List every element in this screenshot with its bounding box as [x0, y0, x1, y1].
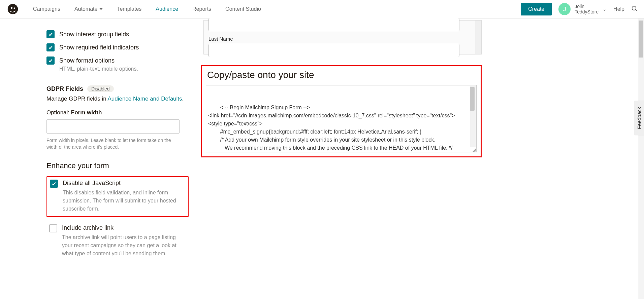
gdpr-status-badge: Disabled: [87, 85, 114, 92]
page-scrollbar[interactable]: [638, 18, 644, 299]
search-icon[interactable]: [631, 5, 638, 13]
option-label: Include archive link: [62, 224, 186, 231]
nav-content-studio[interactable]: Content Studio: [225, 6, 261, 12]
option-interest-groups[interactable]: Show interest group fields: [46, 30, 189, 39]
form-width-input[interactable]: [46, 119, 180, 134]
embed-code-textarea[interactable]: <!-- Begin Mailchimp Signup Form --> <li…: [206, 85, 477, 152]
form-width-label: Optional: Form width: [46, 109, 189, 116]
nav-automate[interactable]: Automate: [74, 6, 103, 12]
option-description: The archive link will point users to a p…: [62, 233, 186, 258]
checkbox-checked-icon[interactable]: [46, 43, 55, 51]
svg-point-2: [13, 7, 15, 9]
audience-defaults-link[interactable]: Audience Name and Defaults: [107, 96, 182, 102]
chevron-down-icon: ⌄: [603, 6, 607, 12]
gdpr-text-a: Manage GDPR fields in: [46, 96, 107, 102]
top-nav: Campaigns Automate Templates Audience Re…: [0, 0, 644, 18]
svg-point-3: [632, 6, 636, 10]
code-title: Copy/paste onto your site: [206, 70, 477, 80]
nav-reports[interactable]: Reports: [192, 6, 211, 12]
create-button[interactable]: Create: [521, 3, 552, 15]
svg-point-0: [8, 4, 18, 14]
checkbox-unchecked-icon[interactable]: [49, 224, 57, 232]
form-width-hint: Form width in pixels. Leave blank to let…: [46, 137, 181, 151]
embed-code-text: <!-- Begin Mailchimp Signup Form --> <li…: [208, 105, 465, 152]
preview-input[interactable]: [208, 18, 459, 31]
form-preview: Last Name: [203, 20, 482, 54]
checkbox-checked-icon[interactable]: [46, 30, 55, 38]
option-label: Show required field indicators: [59, 43, 139, 52]
gdpr-text: Manage GDPR fields in Audience Name and …: [46, 95, 189, 103]
option-disable-js[interactable]: Disable all JavaScript This disables fie…: [46, 176, 189, 217]
checkbox-checked-icon[interactable]: [50, 180, 58, 188]
option-required-indicators[interactable]: Show required field indicators: [46, 43, 189, 52]
user-store: TeddyStore: [575, 9, 599, 14]
preview-lastname-label: Last Name: [208, 36, 477, 42]
nav-templates[interactable]: Templates: [117, 6, 141, 12]
nav-automate-label: Automate: [74, 6, 97, 12]
chevron-down-icon: [99, 8, 103, 10]
option-label: Show format options: [59, 57, 138, 65]
logo[interactable]: [6, 2, 20, 16]
svg-line-4: [636, 9, 637, 11]
gdpr-title: GDPR Fields: [46, 85, 83, 92]
form-width-label-a: Optional:: [46, 109, 71, 116]
option-archive-link[interactable]: Include archive link The archive link wi…: [46, 222, 189, 261]
user-info: Jolin TeddyStore: [575, 4, 599, 14]
avatar: J: [558, 3, 571, 15]
code-scrollbar[interactable]: [470, 86, 476, 147]
code-panel: Copy/paste onto your site <!-- Begin Mai…: [201, 65, 482, 157]
gdpr-text-b: .: [182, 96, 184, 102]
option-label: Disable all JavaScript: [63, 180, 185, 187]
nav-campaigns[interactable]: Campaigns: [33, 6, 60, 12]
option-sublabel: HTML, plain-text, mobile options.: [59, 66, 138, 72]
option-format-options[interactable]: Show format options HTML, plain-text, mo…: [46, 57, 189, 72]
enhance-title: Enhance your form: [46, 161, 189, 170]
option-label: Show interest group fields: [59, 30, 129, 39]
option-description: This disables field validation, and inli…: [63, 189, 185, 213]
preview-scrollbar[interactable]: [475, 21, 481, 54]
form-width-label-b: Form width: [71, 109, 102, 116]
user-name: Jolin: [575, 4, 599, 9]
preview-lastname-input[interactable]: [208, 44, 459, 57]
svg-point-1: [11, 7, 12, 9]
nav-audience[interactable]: Audience: [156, 6, 178, 12]
help-link[interactable]: Help: [613, 6, 624, 12]
feedback-tab[interactable]: Feedback: [634, 101, 644, 135]
user-menu[interactable]: J Jolin TeddyStore ⌄: [558, 3, 607, 15]
checkbox-checked-icon[interactable]: [46, 57, 55, 65]
primary-nav: Campaigns Automate Templates Audience Re…: [33, 6, 261, 12]
